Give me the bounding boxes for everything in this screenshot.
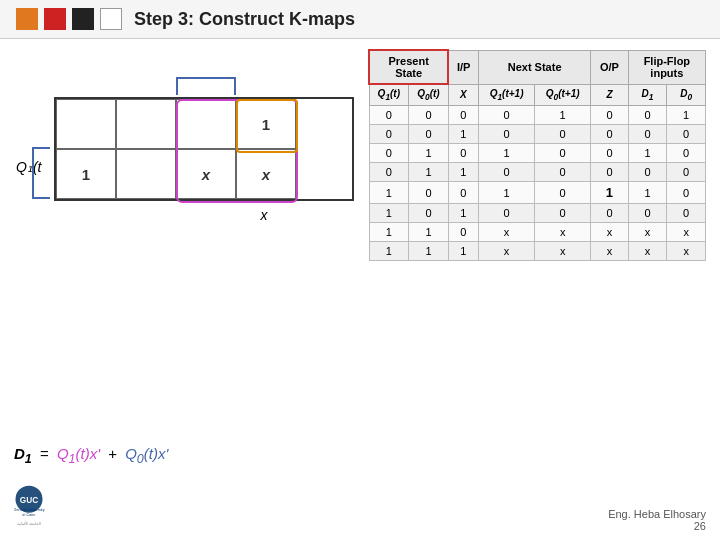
cell-5-6: 0 <box>628 204 667 223</box>
th-sub-q0t: Q0(t) <box>409 84 449 106</box>
x-label-bottom: x <box>174 207 354 223</box>
table-header-row-main: PresentState I/P Next State O/P Flip-Flo… <box>369 50 706 84</box>
cell-4-3: 1 <box>479 182 535 204</box>
bracket-top <box>176 77 236 95</box>
kmap-cell-10: 1 <box>56 149 116 199</box>
cell-1-5: 0 <box>591 125 629 144</box>
cell-4-6: 1 <box>628 182 667 204</box>
kmap-panel: Q₀(t Q₁(t 1 1 <box>14 49 354 521</box>
cell-1-4: 0 <box>535 125 591 144</box>
th-present-state: PresentState <box>369 50 448 84</box>
header-icons <box>16 8 122 30</box>
author-name: Eng. Heba Elhosary <box>608 508 706 520</box>
kmap-cell-00 <box>56 99 116 149</box>
th-flipflop: Flip-Flopinputs <box>628 50 705 84</box>
svg-text:الجامعة الألمانية: الجامعة الألمانية <box>17 520 41 526</box>
black-icon <box>72 8 94 30</box>
kmap-cell-12: x <box>176 149 236 199</box>
cell-1-1: 0 <box>409 125 449 144</box>
cell-7-6: x <box>628 242 667 261</box>
th-sub-q1t1: Q1(t+1) <box>479 84 535 106</box>
truth-table-panel: PresentState I/P Next State O/P Flip-Flo… <box>368 49 706 521</box>
header: Step 3: Construct K-maps <box>0 0 720 39</box>
cell-1-2: 1 <box>448 125 478 144</box>
cell-6-0: 1 <box>369 223 409 242</box>
cell-0-0: 0 <box>369 106 409 125</box>
cell-5-5: 0 <box>591 204 629 223</box>
th-op: O/P <box>591 50 629 84</box>
cell-1-7: 0 <box>667 125 706 144</box>
formula-q0: Q0(t)x' <box>125 445 168 462</box>
cell-7-5: x <box>591 242 629 261</box>
kmap-cell-11 <box>116 149 176 199</box>
cell-3-3: 0 <box>479 163 535 182</box>
kmap-cell-03: 1 <box>236 99 296 149</box>
cell-2-2: 0 <box>448 144 478 163</box>
svg-text:German University: German University <box>14 508 45 512</box>
red-icon <box>44 8 66 30</box>
formula-eq: = <box>40 445 49 462</box>
table-row: 01010010 <box>369 144 706 163</box>
kmap-grid-container: Q₁(t 1 1 x x <box>54 97 354 223</box>
cell-4-2: 0 <box>448 182 478 204</box>
white-icon <box>100 8 122 30</box>
cell-3-7: 0 <box>667 163 706 182</box>
cell-1-0: 0 <box>369 125 409 144</box>
table-row: 110xxxxx <box>369 223 706 242</box>
cell-5-0: 1 <box>369 204 409 223</box>
guc-logo: GUC German University in Cairo الجامعة ا… <box>14 482 74 532</box>
cell-5-7: 0 <box>667 204 706 223</box>
cell-5-2: 1 <box>448 204 478 223</box>
cell-3-0: 0 <box>369 163 409 182</box>
svg-text:in Cairo: in Cairo <box>23 513 36 517</box>
kmap-cell-01 <box>116 99 176 149</box>
cell-2-0: 0 <box>369 144 409 163</box>
page-number: 26 <box>608 520 706 532</box>
truth-table: PresentState I/P Next State O/P Flip-Flo… <box>368 49 706 261</box>
cell-3-2: 1 <box>448 163 478 182</box>
cell-2-3: 1 <box>479 144 535 163</box>
th-sub-z: Z <box>591 84 629 106</box>
cell-3-4: 0 <box>535 163 591 182</box>
table-row: 111xxxxx <box>369 242 706 261</box>
svg-text:GUC: GUC <box>20 496 38 505</box>
cell-0-7: 1 <box>667 106 706 125</box>
formula-q1: Q1(t)x' <box>57 445 100 462</box>
cell-1-6: 0 <box>628 125 667 144</box>
main-content: Q₀(t Q₁(t 1 1 <box>0 39 720 531</box>
page-info: Eng. Heba Elhosary 26 <box>608 508 706 532</box>
table-row: 00001001 <box>369 106 706 125</box>
table-body: 0000100100100000010100100110000010010110… <box>369 106 706 261</box>
cell-4-0: 1 <box>369 182 409 204</box>
table-row: 01100000 <box>369 163 706 182</box>
footer: GUC German University in Cairo الجامعة ا… <box>14 482 74 532</box>
th-ip: I/P <box>448 50 478 84</box>
cell-0-4: 1 <box>535 106 591 125</box>
cell-2-6: 1 <box>628 144 667 163</box>
cell-0-5: 0 <box>591 106 629 125</box>
kmap-cell-02 <box>176 99 236 149</box>
th-next-state: Next State <box>479 50 591 84</box>
th-sub-q0t1: Q0(t+1) <box>535 84 591 106</box>
cell-6-1: 1 <box>409 223 449 242</box>
bracket-left <box>32 147 50 199</box>
cell-3-1: 1 <box>409 163 449 182</box>
cell-5-3: 0 <box>479 204 535 223</box>
page-title: Step 3: Construct K-maps <box>134 9 355 30</box>
cell-7-1: 1 <box>409 242 449 261</box>
cell-7-3: x <box>479 242 535 261</box>
cell-2-4: 0 <box>535 144 591 163</box>
cell-1-3: 0 <box>479 125 535 144</box>
cell-2-1: 1 <box>409 144 449 163</box>
table-row: 10010110 <box>369 182 706 204</box>
cell-3-6: 0 <box>628 163 667 182</box>
th-sub-d1: D1 <box>628 84 667 106</box>
cell-5-1: 0 <box>409 204 449 223</box>
cell-6-3: x <box>479 223 535 242</box>
cell-2-7: 0 <box>667 144 706 163</box>
cell-6-4: x <box>535 223 591 242</box>
cell-0-1: 0 <box>409 106 449 125</box>
cell-0-6: 0 <box>628 106 667 125</box>
cell-4-1: 0 <box>409 182 449 204</box>
cell-6-2: 0 <box>448 223 478 242</box>
